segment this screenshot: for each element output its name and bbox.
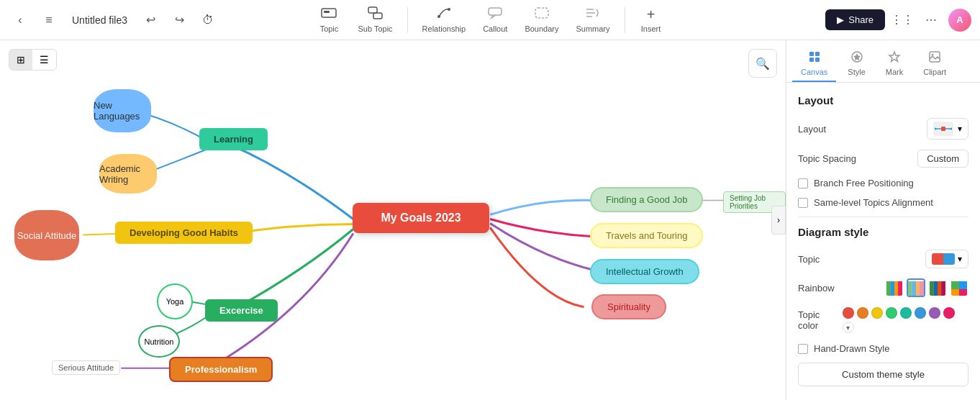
exercise-node[interactable]: Excercise <box>205 299 278 322</box>
rainbow-opt-4[interactable] <box>950 278 968 297</box>
branch-free-checkbox[interactable] <box>798 178 808 188</box>
style-tab-icon <box>850 50 863 66</box>
new-languages-node[interactable]: New Languages <box>94 89 151 132</box>
central-node[interactable]: My Goals 2023 <box>353 203 489 233</box>
insert-tool[interactable]: + Insert <box>631 4 671 36</box>
hand-drawn-label: Hand-Drawn Style <box>814 343 890 354</box>
branch-free-label: Branch Free Positioning <box>814 178 914 188</box>
color-red[interactable] <box>843 307 854 319</box>
topic-color-row: Topic color ▾ <box>798 307 968 333</box>
toolbar-left: ‹ ≡ Untitled file3 ↩ ↪ ⏱ <box>9 9 306 32</box>
svg-rect-9 <box>815 52 820 56</box>
toolbar-separator-1 <box>407 7 408 33</box>
topic-style-label: Topic <box>798 254 820 265</box>
developing-node[interactable]: Developing Good Habits <box>115 222 253 244</box>
boundary-tool[interactable]: Boundary <box>516 4 567 36</box>
rainbow-opt-3[interactable] <box>928 278 947 297</box>
relationship-tool[interactable]: Relationship <box>414 4 475 36</box>
color-swatches: ▾ <box>843 307 968 333</box>
finding-job-node[interactable]: Finding a Good Job <box>590 187 703 212</box>
list-view-btn[interactable]: ☰ <box>32 50 56 70</box>
color-teal[interactable] <box>900 307 912 319</box>
topic-label: Topic <box>320 24 339 33</box>
toolbar-right: ▶ Share ⋮⋮ ⋯ A <box>674 9 971 32</box>
divider-1 <box>798 217 968 217</box>
topic-icon <box>321 6 337 23</box>
share-button[interactable]: ▶ Share <box>825 9 885 30</box>
topic-style-selector[interactable]: ▾ <box>925 250 968 268</box>
callout-tool[interactable]: Callout <box>474 4 516 36</box>
share-icon: ▶ <box>837 14 844 25</box>
svg-rect-7 <box>535 8 548 18</box>
summary-icon <box>585 6 601 23</box>
tab-mark[interactable]: Mark <box>877 46 912 82</box>
same-level-checkbox[interactable] <box>798 198 808 208</box>
undo-button[interactable]: ↩ <box>139 9 162 32</box>
tab-clipart[interactable]: Clipart <box>915 46 955 82</box>
layout-label: Layout <box>798 124 826 135</box>
rainbow-options <box>885 278 968 297</box>
custom-theme-btn[interactable]: Custom theme style <box>798 363 968 386</box>
topic-tool[interactable]: Topic <box>309 4 349 36</box>
tab-canvas[interactable]: Canvas <box>792 46 836 82</box>
travels-node[interactable]: Travels and Touring <box>590 223 703 248</box>
right-panel-tabs: Canvas Style Mark Clipart <box>786 40 980 83</box>
relationship-icon <box>436 6 452 23</box>
layout-row: Layout ▾ <box>798 118 968 140</box>
topic-spacing-custom-btn[interactable]: Custom <box>917 150 968 168</box>
topic-spacing-row: Topic Spacing Custom <box>798 150 968 168</box>
subtopic-tool[interactable]: Sub Topic <box>349 4 401 36</box>
serious-attitude-node[interactable]: Serious Attitude <box>52 360 120 375</box>
rainbow-opt-2[interactable] <box>907 278 925 297</box>
svg-rect-21 <box>891 281 894 297</box>
color-green[interactable] <box>886 307 897 319</box>
grid-view-btn[interactable]: ⊞ <box>9 50 32 70</box>
rainbow-opt-1[interactable] <box>885 278 904 297</box>
subtopic-label: Sub Topic <box>358 24 392 33</box>
layout-selector[interactable]: ▾ <box>927 118 968 140</box>
nutrition-node[interactable]: Nutrition <box>138 325 180 358</box>
topic-style-preview <box>932 253 955 265</box>
svg-rect-27 <box>920 281 924 297</box>
panel-collapse-arrow[interactable]: › <box>771 206 786 235</box>
back-button[interactable]: ‹ <box>9 9 32 32</box>
more-button[interactable]: ⋯ <box>920 9 943 32</box>
intellectual-node[interactable]: Intellectual Growth <box>590 259 699 284</box>
color-orange[interactable] <box>857 307 868 319</box>
grid-button[interactable]: ⋮⋮ <box>891 9 914 32</box>
tab-style[interactable]: Style <box>839 46 874 82</box>
summary-tool[interactable]: Summary <box>567 4 618 36</box>
color-more-btn[interactable]: ▾ <box>843 322 854 333</box>
svg-rect-22 <box>894 281 898 297</box>
layout-section-title: Layout <box>798 94 968 106</box>
professionalism-node[interactable]: Professionalism <box>169 357 273 382</box>
hand-drawn-checkbox[interactable] <box>798 344 808 354</box>
history-button[interactable]: ⏱ <box>196 9 219 32</box>
callout-label: Callout <box>483 24 507 33</box>
toolbar: ‹ ≡ Untitled file3 ↩ ↪ ⏱ Topic Sub Topic… <box>0 0 980 40</box>
canvas-search-button[interactable]: 🔍 <box>748 49 777 78</box>
svg-rect-34 <box>951 289 959 297</box>
spirituality-node[interactable]: Spirituality <box>591 294 666 319</box>
yoga-node[interactable]: Yoga <box>157 283 193 319</box>
rainbow-label: Rainbow <box>798 283 835 294</box>
svg-rect-35 <box>959 289 967 297</box>
topic-color-label: Topic color <box>798 309 843 331</box>
color-yellow[interactable] <box>871 307 883 319</box>
academic-writing-node[interactable]: Academic Writing <box>99 154 157 194</box>
redo-button[interactable]: ↪ <box>168 9 191 32</box>
callout-icon <box>487 6 503 23</box>
subtopic-icon <box>368 6 384 23</box>
color-pink[interactable] <box>943 307 955 319</box>
learning-node[interactable]: Learning <box>199 128 268 150</box>
view-toggle[interactable]: ⊞ ☰ <box>9 49 57 71</box>
svg-rect-29 <box>934 281 938 297</box>
layout-preview-icon <box>933 122 953 136</box>
toolbar-center: Topic Sub Topic Relationship Callout Bo <box>309 4 671 36</box>
menu-button[interactable]: ≡ <box>37 9 60 32</box>
canvas-area: ⊞ ☰ 🔍 › <box>0 40 786 400</box>
color-purple[interactable] <box>929 307 940 319</box>
svg-point-19 <box>950 128 953 130</box>
color-blue[interactable] <box>915 307 926 319</box>
social-attitude-node[interactable]: Social Attitude <box>14 210 79 260</box>
